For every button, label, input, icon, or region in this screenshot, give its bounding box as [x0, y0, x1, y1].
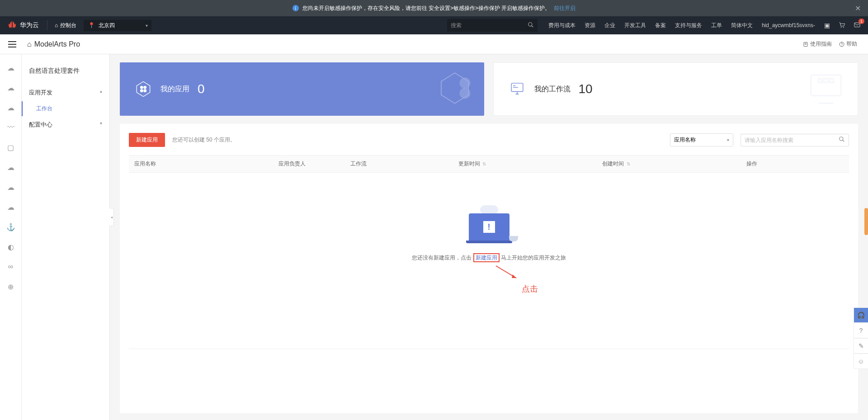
col-owner[interactable]: 应用负责人 [273, 156, 345, 172]
help-link[interactable]: 帮助 [839, 40, 857, 48]
svg-rect-25 [818, 79, 822, 82]
mail-badge: 1 [859, 19, 864, 24]
chevron-down-icon: ▾ [100, 121, 102, 129]
rail-icon-2[interactable]: ☁ [6, 83, 15, 92]
svg-rect-26 [824, 79, 828, 82]
sidebar-section-config[interactable]: 配置中心 ▾ [22, 116, 109, 133]
chevron-up-icon: ▴ [100, 89, 102, 97]
feedback-icon[interactable]: ✎ [854, 338, 868, 354]
sort-icon: ⇅ [627, 161, 630, 166]
svg-point-2 [841, 27, 841, 27]
top-nav: 华为云 ⌂ 控制台 📍 北京四 费用与成本 资源 企业 开发工具 备案 支持与服… [0, 16, 868, 34]
cart-icon[interactable] [838, 21, 845, 30]
nav-link-ticket[interactable]: 工单 [711, 22, 722, 29]
stat-card-flows[interactable]: 我的工作流 10 [493, 62, 859, 116]
annotation-label: 点击 [210, 283, 849, 294]
nav-user[interactable]: hid_aycwmbf15svxns- [762, 22, 815, 28]
scroll-indicator[interactable] [864, 208, 868, 235]
rail-icon-3[interactable]: ☁ [6, 103, 15, 112]
nav-link-lang[interactable]: 简体中文 [731, 22, 753, 29]
empty-new-app-link[interactable]: 新建应用 [473, 253, 500, 262]
close-icon[interactable]: ✕ [855, 4, 861, 13]
location-icon: 📍 [88, 22, 95, 28]
guide-link[interactable]: 使用指南 [803, 40, 832, 48]
console-link[interactable]: ⌂ 控制台 [47, 22, 84, 29]
svg-point-11 [141, 86, 143, 89]
rail-icon-5[interactable]: ▢ [6, 143, 15, 152]
sidebar-collapse[interactable]: ◂ [109, 208, 114, 226]
nav-link-enterprise[interactable]: 企业 [604, 22, 615, 29]
sidebar-section-dev[interactable]: 应用开发 ▴ [22, 84, 109, 101]
nav-link-support[interactable]: 支持与服务 [675, 22, 702, 29]
nav-link-beian[interactable]: 备案 [655, 22, 666, 29]
empty-illustration: ! [458, 200, 521, 245]
svg-point-28 [840, 137, 843, 140]
sidebar-title: 自然语言处理套件 [22, 61, 109, 84]
brand-logo[interactable]: 华为云 [7, 20, 47, 30]
table-header: 应用名称 应用负责人 工作流 更新时间 ⇅ 创建时间 ⇅ 操作 [129, 155, 849, 173]
app-search[interactable] [741, 134, 849, 146]
svg-point-0 [528, 22, 532, 26]
new-app-button[interactable]: 新建应用 [129, 133, 165, 147]
col-ops[interactable]: 操作 [741, 156, 849, 172]
svg-point-14 [144, 90, 146, 92]
app-search-input[interactable] [745, 137, 839, 143]
annotation-arrow [494, 264, 521, 282]
qr-icon[interactable]: ▣ [824, 22, 830, 29]
huawei-icon [7, 20, 17, 30]
home-icon: ⌂ [55, 22, 58, 28]
apps-label: 我的应用 [160, 85, 189, 94]
info-icon: i [292, 5, 299, 11]
headset-icon[interactable]: 🎧 [854, 307, 868, 323]
sidebar-item-workbench[interactable]: 工作台 [22, 101, 109, 116]
rail-icon-11[interactable]: ∞ [6, 262, 15, 271]
svg-rect-27 [830, 79, 833, 82]
guide-icon [803, 42, 808, 47]
col-flow[interactable]: 工作流 [345, 156, 453, 172]
rail-icon-6[interactable]: ☁ [6, 163, 15, 172]
rail-icon-4[interactable]: 〰 [6, 123, 15, 132]
alert-text: 您尚未开启敏感操作保护，存在安全风险，请您前往 安全设置>敏感操作>操作保护 开… [302, 5, 551, 12]
home-icon: ⌂ [27, 40, 32, 48]
nav-link-devtools[interactable]: 开发工具 [624, 22, 646, 29]
rail-icon-1[interactable]: ☁ [6, 63, 15, 72]
menu-icon[interactable] [6, 41, 18, 47]
flows-label: 我的工作流 [534, 85, 571, 94]
svg-point-9 [842, 45, 842, 46]
mail-icon-wrap[interactable]: 1 [854, 21, 861, 30]
sort-icon: ⇅ [482, 161, 486, 166]
deco-icon [434, 68, 475, 110]
filter-select[interactable]: 应用名称 [670, 133, 733, 146]
rail-icon-8[interactable]: ☁ [6, 203, 15, 212]
question-icon[interactable]: ? [854, 323, 868, 338]
stat-card-apps[interactable]: 我的应用 0 [120, 62, 484, 116]
empty-state: ! 您还没有新建应用，点击 新建应用 马上开始您的应用开发之旅 点击 [129, 173, 849, 312]
nav-link-cost[interactable]: 费用与成本 [548, 22, 576, 29]
svg-line-1 [532, 25, 533, 27]
apps-count: 0 [198, 82, 205, 96]
rail-icon-12[interactable]: ⊕ [6, 282, 15, 291]
sidebar: 自然语言处理套件 应用开发 ▴ 工作台 配置中心 ▾ ◂ [22, 54, 110, 420]
flows-count: 10 [579, 82, 593, 96]
search-icon[interactable] [839, 136, 845, 144]
col-created[interactable]: 创建时间 ⇅ [597, 156, 741, 172]
help-icon [839, 42, 844, 47]
subheader: ⌂ ModelArts Pro 使用指南 帮助 [0, 34, 868, 54]
rail-icon-7[interactable]: ☁ [6, 183, 15, 192]
create-hint: 您还可以创建 50 个应用。 [172, 136, 236, 144]
col-updated[interactable]: 更新时间 ⇅ [453, 156, 597, 172]
rail-icon-10[interactable]: ◐ [6, 242, 15, 251]
global-search[interactable] [447, 19, 538, 32]
alert-link[interactable]: 前往开启 [554, 5, 576, 12]
app-title: ⌂ ModelArts Pro [27, 40, 80, 48]
deco-icon [803, 66, 849, 113]
nav-link-resource[interactable]: 资源 [585, 22, 595, 29]
search-icon[interactable] [528, 22, 534, 29]
smile-icon[interactable]: ☺ [854, 354, 868, 369]
svg-point-3 [843, 27, 844, 27]
search-input[interactable] [451, 22, 534, 28]
separator [129, 349, 849, 349]
col-app-name[interactable]: 应用名称 [129, 156, 273, 172]
region-selector[interactable]: 📍 北京四 [84, 20, 151, 31]
rail-icon-9[interactable]: ⚓ [6, 222, 15, 231]
